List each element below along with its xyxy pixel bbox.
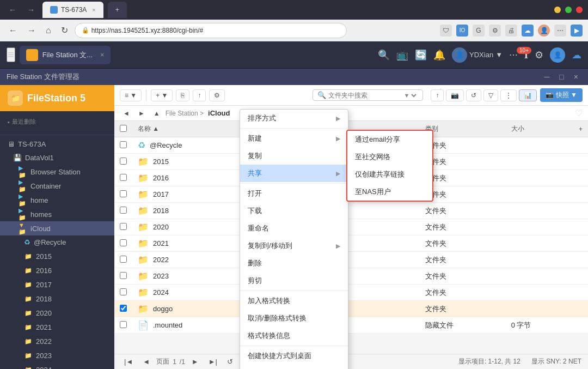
browser-ext-g[interactable]: G [473, 25, 485, 37]
ctx-delete[interactable]: 删除 [240, 255, 348, 272]
browser-more[interactable]: ⋯ [554, 25, 566, 37]
app-tab-close[interactable]: × [100, 51, 104, 59]
browser-back-btn[interactable]: ← [5, 4, 20, 15]
page-first-btn[interactable]: |◄ [121, 356, 136, 367]
nav-forward-btn[interactable]: ► [135, 108, 148, 118]
ctx-copy-move[interactable]: 复制到/移动到 ▶ [240, 237, 348, 255]
ctx-desktop-shortcut[interactable]: 创建快捷方式到桌面 [240, 347, 348, 365]
upload-action-btn[interactable]: ↑ [431, 89, 444, 101]
row-checkbox-cell[interactable] [114, 219, 132, 235]
row-checkbox-cell[interactable] [114, 301, 132, 317]
app-minimize-btn[interactable]: ─ [541, 71, 553, 82]
qts-menu-button[interactable]: ≡ [7, 47, 15, 62]
row-checkbox[interactable] [120, 272, 127, 279]
row-checkbox-cell[interactable] [114, 137, 132, 154]
sidebar-item-2024[interactable]: 📁 2024 [0, 362, 114, 369]
row-checkbox-cell[interactable] [114, 170, 132, 186]
search-select[interactable]: ▼ [401, 92, 418, 99]
qts-notifications-container[interactable]: ℹ 10+ [524, 49, 528, 61]
row-checkbox[interactable] [120, 190, 127, 197]
browser-tab-close[interactable]: × [92, 7, 95, 13]
qts-app-tab[interactable]: File Station 文... × [20, 46, 111, 64]
table-row[interactable]: 📁 2018 2024/06/24 18:33:28 文件夹 [114, 203, 588, 219]
page-prev-btn[interactable]: ◄ [139, 356, 153, 367]
ctx-new[interactable]: 新建 ▶ [240, 130, 348, 147]
win-maximize[interactable] [565, 7, 572, 13]
submenu-link-only[interactable]: 仅创建共享链接 [347, 166, 432, 183]
browser-ext-print[interactable]: 🖨 [505, 25, 517, 37]
sidebar-item-icloud[interactable]: ▼ 📁 iCloud [0, 221, 114, 235]
browser-back[interactable]: ← [5, 25, 21, 37]
ctx-sort-by[interactable]: 排序方式 ▶ [240, 110, 348, 127]
heart-icon[interactable]: ♡ [575, 108, 583, 118]
browser-home[interactable]: ⌂ [42, 25, 54, 37]
row-checkbox[interactable] [120, 288, 127, 295]
row-checkbox-cell[interactable] [114, 317, 132, 334]
more-btn[interactable]: ⋮ [500, 89, 517, 101]
search-input[interactable] [328, 92, 399, 99]
qts-stream-icon[interactable]: 📺 [396, 49, 408, 61]
tools-btn[interactable]: ⚙ [209, 89, 225, 101]
qts-user-menu[interactable]: 👤 YDXian ▼ [452, 47, 503, 63]
sidebar-item-home[interactable]: ▶ 📁 home [0, 193, 114, 207]
upload-btn[interactable]: ↑ [193, 89, 206, 101]
ctx-convert-info[interactable]: 格式转换信息 [240, 327, 348, 344]
submenu-email[interactable]: 通过email分享 [347, 131, 432, 148]
ctx-cut[interactable]: 剪切 [240, 272, 348, 289]
sidebar-item-2015[interactable]: 📁 2015 [0, 249, 114, 263]
row-checkbox[interactable] [120, 305, 127, 312]
browser-forward[interactable]: → [24, 25, 39, 37]
row-checkbox[interactable] [120, 141, 127, 148]
browser-avatar[interactable]: 👤 [538, 25, 550, 37]
row-checkbox-cell[interactable] [114, 154, 132, 170]
row-checkbox-cell[interactable] [114, 235, 132, 252]
view-list-btn[interactable]: ≡ ▼ [120, 89, 142, 101]
qts-profile-avatar[interactable]: 👤 [550, 47, 565, 63]
qts-refresh-icon[interactable]: 🔄 [415, 49, 427, 61]
sidebar-item-2016[interactable]: 📁 2016 [0, 263, 114, 277]
sidebar-item-2018[interactable]: 📁 2018 [0, 292, 114, 306]
sync-btn[interactable]: ↺ [466, 89, 481, 101]
sidebar-item-2022[interactable]: 📁 2022 [0, 334, 114, 348]
sidebar-item-2020[interactable]: 📁 2020 [0, 306, 114, 320]
new-folder-btn[interactable]: + ▼ [151, 89, 173, 101]
qts-cloud-icon[interactable]: ☁ [572, 49, 581, 61]
page-next-btn[interactable]: ► [188, 356, 202, 367]
row-checkbox[interactable] [120, 321, 127, 328]
table-row[interactable]: 📁 2020 2024/06/24 18:33:12 文件夹 [114, 219, 588, 235]
ctx-copy[interactable]: 复制 [240, 147, 348, 165]
qts-search-icon[interactable]: 🔍 [378, 49, 390, 61]
qts-bell-icon[interactable]: 🔔 [433, 49, 445, 61]
ctx-cancel-convert[interactable]: 取消/删除格式转换 [240, 310, 348, 327]
row-checkbox[interactable] [120, 174, 127, 181]
row-checkbox[interactable] [120, 158, 127, 165]
row-checkbox-cell[interactable] [114, 252, 132, 268]
ctx-open[interactable]: 打开 [240, 185, 348, 202]
table-row[interactable]: 📁 2021 2024/06/24 18:33:01 文件夹 [114, 235, 588, 252]
browser-ext-cloud[interactable]: ☁ [522, 25, 534, 37]
col-add[interactable]: + [573, 121, 588, 137]
ctx-add-favorite[interactable]: 添加到收藏夹 [240, 365, 348, 369]
sidebar-item-2021[interactable]: 📁 2021 [0, 320, 114, 334]
ctx-rename[interactable]: 重命名 [240, 220, 348, 237]
row-checkbox-cell[interactable] [114, 285, 132, 301]
app-close-btn[interactable]: × [571, 71, 581, 82]
sidebar-item-datavol[interactable]: 💾 DataVol1 [0, 151, 114, 165]
table-row[interactable]: 📄 .mounted 2024/06/24 17:25:54 隐藏文件 0 字节 [114, 317, 588, 334]
table-row[interactable]: 📁 2023 2024/06/24 18:19:08 文件夹 [114, 268, 588, 285]
col-size[interactable]: 大小 [506, 121, 573, 137]
row-checkbox[interactable] [120, 223, 127, 230]
submenu-social[interactable]: 至社交网络 [347, 148, 432, 166]
page-refresh-btn[interactable]: ↺ [224, 356, 236, 367]
ctx-download[interactable]: 下载 [240, 202, 348, 220]
browser-forward-btn[interactable]: → [24, 4, 38, 15]
select-all-checkbox[interactable] [120, 125, 127, 132]
row-checkbox-cell[interactable] [114, 268, 132, 285]
nav-back-btn[interactable]: ◄ [120, 108, 133, 118]
browser-ext-shield[interactable]: 🛡 [440, 25, 452, 37]
row-checkbox[interactable] [120, 207, 127, 214]
table-row[interactable]: 📁 doggo 2024/08/21 13:55:38 文件夹 [114, 301, 588, 317]
ctx-share[interactable]: 共享 ▶ [240, 165, 348, 182]
nav-up-btn[interactable]: ▲ [150, 108, 163, 118]
sidebar-item-container[interactable]: ▶ 📁 Container [0, 179, 114, 193]
